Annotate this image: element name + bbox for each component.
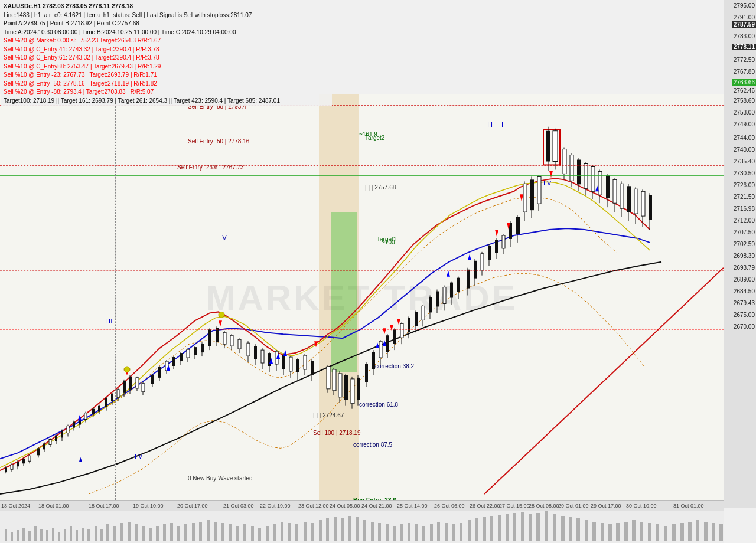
svg-rect-61 [201,344,204,352]
svg-rect-19 [61,431,63,438]
time-label-9: 24 Oct 21:00 [361,503,392,509]
price-100-label: ~100 [382,239,395,246]
svg-rect-47 [151,375,154,384]
svg-rect-121 [422,306,425,320]
price-2724-label: | | | 2724.67 [313,412,344,418]
svg-rect-217 [76,530,78,541]
svg-rect-278 [521,512,524,541]
svg-rect-272 [475,518,478,541]
svg-rect-257 [363,520,366,541]
svg-rect-297 [672,524,676,541]
svg-rect-164 [577,160,581,185]
roman-marker-3: I I [487,121,493,128]
svg-rect-184 [649,195,652,220]
price-2762: 2762.46 [734,87,755,94]
svg-rect-244 [266,526,269,541]
candles-oct22-23 [151,326,241,387]
header-line9: Sell %10 @ Entry -23: 2767.73 | Target:2… [4,71,330,80]
svg-rect-247 [288,523,291,541]
header-line7: Sell %10 @ C_Entry:61: 2743.32 | Target:… [4,54,330,63]
time-label-1: 18 Oct 01:00 [38,503,69,509]
vertical-dashed-line-right [514,94,514,500]
svg-rect-135 [474,261,477,279]
svg-rect-218 [82,528,84,541]
svg-rect-267 [437,522,440,541]
svg-rect-270 [460,523,462,541]
svg-rect-277 [513,513,516,541]
svg-marker-199 [284,350,287,356]
time-axis: 18 Oct 2024 18 Oct 01:00 18 Oct 17:00 19… [0,500,724,511]
price-2772: 2772.50 [734,57,755,63]
time-label-13: 27 Oct 15:00 [499,503,530,509]
svg-rect-254 [341,518,344,541]
svg-rect-228 [149,528,152,541]
svg-rect-260 [386,524,389,541]
svg-rect-258 [371,522,374,541]
svg-rect-208 [22,528,25,541]
svg-rect-223 [113,526,116,541]
svg-rect-292 [632,520,636,541]
svg-rect-162 [570,155,573,181]
ma-black-line [0,262,662,494]
new-buy-wave-label: 0 New Buy Wave started [188,475,253,482]
svg-rect-262 [400,524,403,541]
yellow-dot-peak2 [219,312,224,318]
time-label-18: 31 Oct 01:00 [673,503,704,509]
price-2721: 2721.50 [734,194,755,200]
svg-rect-49 [158,367,161,378]
price-2763-green: 2763.66 [732,79,756,86]
svg-rect-99 [344,375,348,400]
chart-svg: .candle-bull { fill: #111; stroke: #111;… [0,94,724,500]
svg-rect-284 [569,517,572,541]
svg-rect-97 [338,374,342,397]
svg-rect-31 [98,406,100,412]
svg-rect-280 [536,513,540,541]
svg-rect-238 [221,523,224,541]
volume-area [0,511,724,543]
time-label-7: 23 Oct 12:00 [298,503,329,509]
price-2767: 2767.80 [734,68,755,75]
svg-rect-227 [142,526,145,541]
header-line6: Sell %10 @ C_Entry:41: 2743.32 | Target:… [4,45,330,54]
svg-marker-203 [468,254,471,260]
svg-rect-133 [467,270,470,289]
svg-rect-298 [680,523,684,541]
volume-svg [0,511,724,543]
price-2753: 2753.00 [734,109,755,116]
price-2707: 2707.50 [734,229,755,235]
svg-rect-147 [516,217,520,234]
svg-rect-233 [184,524,187,541]
info-panel: XAUUSDe.H1 2782.03 2783.05 2778.11 2778.… [1,1,332,106]
ema-red-line [0,178,650,470]
sell161-line [0,329,724,330]
svg-rect-296 [664,526,667,541]
svg-rect-242 [251,526,254,541]
svg-rect-111 [386,335,389,352]
svg-rect-21 [67,426,69,433]
svg-rect-251 [319,520,322,541]
svg-rect-39 [123,381,126,393]
wave-v-marker: V [222,234,227,242]
svg-rect-281 [545,511,548,541]
sell-entry-236-line [0,165,724,166]
sell100-label: Sell 100 | 2718.19 [313,430,360,436]
svg-rect-125 [436,292,439,307]
svg-rect-276 [506,514,509,541]
svg-rect-151 [530,179,534,210]
svg-rect-17 [55,435,57,441]
svg-rect-234 [192,523,195,541]
svg-rect-143 [502,235,505,248]
svg-rect-214 [58,532,60,541]
price-2762-line [0,175,724,176]
time-label-16: 29 Oct 17:00 [591,503,621,509]
svg-rect-7 [22,459,25,463]
svg-rect-250 [311,523,314,541]
correction-618-label: correction 61.8 [359,401,398,408]
buy-triangle-left [79,457,82,462]
time-label-4: 20 Oct 17:00 [177,503,208,509]
svg-rect-265 [422,526,425,541]
svg-rect-127 [443,287,446,304]
svg-rect-95 [333,369,336,391]
svg-rect-288 [601,523,604,541]
price-2716: 2716.98 [734,205,755,212]
